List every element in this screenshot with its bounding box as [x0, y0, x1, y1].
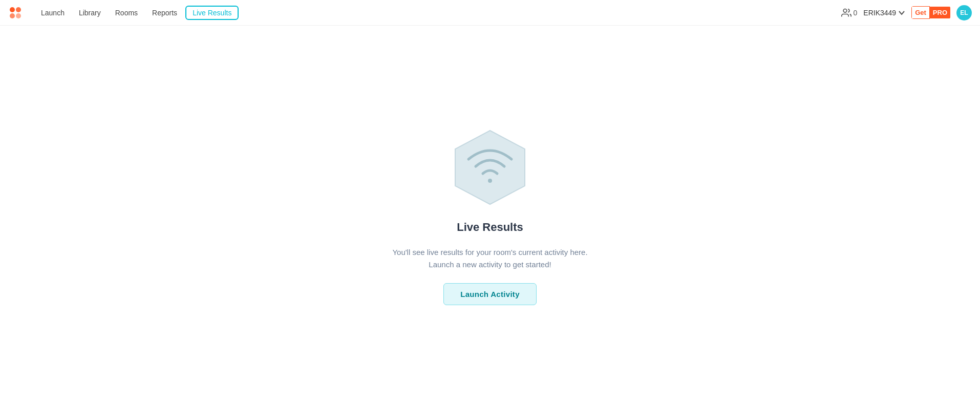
main-content: Live Results You'll see live results for… — [0, 26, 980, 406]
svg-point-1 — [16, 7, 21, 12]
people-icon — [841, 8, 851, 18]
nav-link-live-results[interactable]: Live Results — [185, 6, 239, 20]
svg-point-2 — [10, 13, 15, 18]
nav-link-library[interactable]: Library — [73, 6, 107, 20]
nav-link-rooms[interactable]: Rooms — [109, 6, 144, 20]
participants-badge: 0 — [841, 8, 858, 18]
get-pro-button[interactable]: Get PRO — [911, 6, 950, 19]
get-pro-get-label: Get — [911, 6, 930, 19]
hex-icon-wrapper — [449, 126, 531, 208]
user-dropdown[interactable]: ERIK3449 — [863, 9, 905, 17]
nav-right: 0 ERIK3449 Get PRO EL — [841, 5, 972, 20]
chevron-down-icon — [898, 9, 905, 16]
logo[interactable] — [8, 6, 23, 20]
logo-icon — [8, 6, 23, 20]
nav-links: Launch Library Rooms Reports Live Result… — [35, 6, 841, 20]
svg-point-0 — [10, 7, 15, 12]
nav-link-launch[interactable]: Launch — [35, 6, 71, 20]
avatar[interactable]: EL — [956, 5, 972, 20]
participants-count: 0 — [854, 9, 858, 17]
svg-point-6 — [488, 179, 492, 183]
svg-point-4 — [843, 9, 847, 12]
empty-subtitle: You'll see live results for your room's … — [382, 246, 598, 271]
user-name: ERIK3449 — [863, 9, 896, 17]
launch-activity-button[interactable]: Launch Activity — [443, 283, 537, 305]
empty-title: Live Results — [457, 221, 523, 234]
svg-marker-5 — [455, 131, 525, 204]
navbar: Launch Library Rooms Reports Live Result… — [0, 0, 980, 26]
get-pro-pro-label: PRO — [930, 7, 950, 18]
nav-link-reports[interactable]: Reports — [146, 6, 183, 20]
hex-icon — [449, 126, 531, 208]
svg-point-3 — [16, 13, 21, 18]
